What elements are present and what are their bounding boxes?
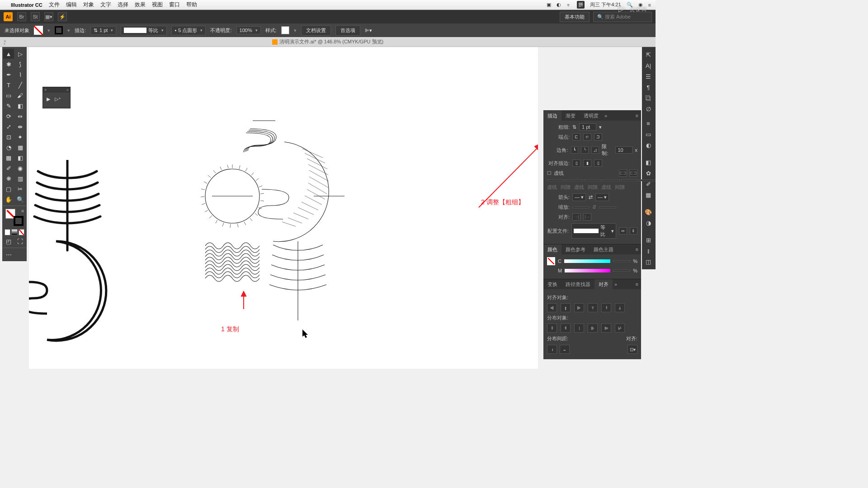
symbols-icon[interactable]: ∅ <box>643 104 653 114</box>
line-tool-icon[interactable]: ╱ <box>15 80 26 90</box>
cap-round-icon[interactable]: ⊂ <box>583 133 591 141</box>
dist-spacing-h-icon[interactable]: ⫠ <box>560 345 570 354</box>
edit-toolbar-icon[interactable]: ⋯ <box>3 249 14 259</box>
transparency-dock-icon[interactable]: ◐ <box>643 140 653 150</box>
flip-across-icon[interactable]: ⇕ <box>630 227 637 235</box>
magic-wand-icon[interactable]: ✱ <box>3 59 14 69</box>
export-icon[interactable]: ⇱ <box>643 50 653 60</box>
cap-square-icon[interactable]: ⊐ <box>594 133 602 141</box>
tab-transform[interactable]: 变换 <box>543 279 561 289</box>
panel-menu-icon[interactable]: ≡ <box>633 113 641 118</box>
color-mode-gradient[interactable] <box>11 229 17 235</box>
workspace-dropdown[interactable]: 基本功能 <box>560 12 590 22</box>
appearance-dock-icon[interactable]: ◧ <box>643 157 653 167</box>
color-fill-proxy[interactable] <box>547 257 555 265</box>
screen-mode-icon[interactable]: ⛶ <box>15 236 26 246</box>
libraries-icon[interactable]: ⿻ <box>643 93 653 103</box>
tab-align[interactable]: 对齐 <box>594 279 613 289</box>
gpu-icon[interactable]: ⚡ <box>58 12 67 21</box>
shaper-tool-icon[interactable]: ✎ <box>3 101 14 111</box>
arrow-end-dropdown[interactable]: — ▾ <box>595 193 609 201</box>
zoom-tool-icon[interactable]: 🔍 <box>15 194 26 204</box>
align-bottom-icon[interactable]: ⫰ <box>615 303 625 312</box>
symbol-sprayer-icon[interactable]: ❋ <box>3 174 14 183</box>
stroke-weight-field[interactable]: ⇅ 1 pt <box>90 26 116 35</box>
menu-help[interactable]: 帮助 <box>186 1 197 9</box>
selection-tool-icon[interactable]: ▲ <box>3 49 14 59</box>
menu-type[interactable]: 文字 <box>100 1 111 9</box>
hand-tool-icon[interactable]: ✋ <box>3 194 14 204</box>
dash-preserve-icon[interactable]: ⊏⊐ <box>619 169 627 177</box>
limit-input[interactable]: 10 <box>615 146 632 154</box>
free-transform-icon[interactable]: ⊡ <box>3 132 14 142</box>
dist-hcenter-icon[interactable]: ⊫ <box>601 324 611 333</box>
eyedropper-icon[interactable]: ✐ <box>3 163 14 173</box>
tab-transparency[interactable]: 透明度 <box>580 111 603 121</box>
dash-3[interactable] <box>621 179 638 181</box>
document-tab[interactable]: × 清明演示文件.ai* @ 146.8% (CMYK/GPU 预览) <box>0 37 656 47</box>
gap-1[interactable] <box>566 179 583 181</box>
profile-dropdown[interactable]: 等比 ▾ <box>571 223 617 239</box>
panel-collapse-icon[interactable]: » <box>603 113 609 118</box>
doc-setup-button[interactable]: 文档设置 <box>301 25 331 36</box>
tab-color-themes[interactable]: 颜色主题 <box>590 244 618 254</box>
corner-bevel-icon[interactable]: ◿ <box>591 146 599 154</box>
menu-window[interactable]: 窗口 <box>169 1 180 9</box>
paragraph-icon[interactable]: ¶ <box>643 82 653 92</box>
canvas[interactable]: 1 复制 2 调整【粗细】 <box>29 47 538 369</box>
ime-indicator[interactable]: 拼 <box>577 1 585 9</box>
dist-vcenter-icon[interactable]: ⫵ <box>561 324 571 333</box>
layers-icon[interactable]: ☰ <box>643 71 653 81</box>
menu-file[interactable]: 文件 <box>49 1 60 9</box>
direct-selection-tool-icon[interactable]: ▷ <box>15 49 26 59</box>
flip-along-icon[interactable]: ⇔ <box>619 227 627 235</box>
stroke-dock-icon[interactable]: ≡ <box>643 118 653 128</box>
m-value[interactable] <box>613 270 630 272</box>
float-tool-panel[interactable]: ×« ▶ ▷⁺ <box>42 87 71 108</box>
width-tool-icon[interactable]: ⇼ <box>15 122 26 131</box>
m-slider[interactable] <box>565 269 610 272</box>
align-hcenter-icon[interactable]: ⫿ <box>561 303 571 312</box>
arrange-docs-icon[interactable]: ▦▾ <box>44 12 53 21</box>
dashed-checkbox[interactable]: ☐ <box>547 170 552 176</box>
siri-icon[interactable]: ◉ <box>638 2 643 8</box>
weight-input[interactable]: 1 pt <box>579 123 596 131</box>
tab-gradient[interactable]: 渐变 <box>561 111 580 121</box>
weight-stepper-icon[interactable]: ⇅ <box>572 124 576 130</box>
align-menu-icon[interactable]: ≡ <box>633 282 641 287</box>
color-mode-none[interactable] <box>19 229 24 235</box>
color-mode-solid[interactable] <box>5 229 10 235</box>
float-close-icon[interactable]: × <box>44 88 47 92</box>
tab-stroke[interactable]: 描边 <box>543 111 561 121</box>
gradient-dock-icon[interactable]: ▭ <box>643 129 653 139</box>
fill-stroke-proxy[interactable]: ⤭ <box>5 209 24 227</box>
dash-align-icon[interactable]: ⊏⊐ <box>629 169 637 177</box>
align-stroke-center-icon[interactable]: ▯ <box>572 160 580 167</box>
graph-tool-icon[interactable]: ▥ <box>15 174 26 183</box>
reflect-tool-icon[interactable]: ⇔ <box>15 111 26 121</box>
menu-view[interactable]: 视图 <box>152 1 163 9</box>
graphic-styles-icon[interactable]: ✿ <box>643 168 653 178</box>
corner-round-icon[interactable]: ╰ <box>581 146 589 154</box>
arrow-align-tip-icon[interactable]: →| <box>572 213 580 221</box>
stock-icon[interactable]: St <box>31 12 40 21</box>
dash-2[interactable] <box>584 179 601 181</box>
opacity-field[interactable]: 100% <box>236 26 261 34</box>
tab-color[interactable]: 颜色 <box>543 244 561 254</box>
rotate-tool-icon[interactable]: ⟳ <box>3 111 14 121</box>
align-dock-icon[interactable]: ⫿ <box>643 246 653 256</box>
float-direct-icon[interactable]: ▷⁺ <box>55 96 61 102</box>
shape-builder-icon[interactable]: ◔ <box>3 142 14 152</box>
tab-pathfinder[interactable]: 路径查找器 <box>561 279 594 289</box>
tab-color-guide[interactable]: 颜色参考 <box>561 244 590 254</box>
color-panel-menu-icon[interactable]: ≡ <box>633 247 641 252</box>
curvature-tool-icon[interactable]: ⌇ <box>15 70 26 80</box>
float-collapse-icon[interactable]: « <box>66 88 69 92</box>
colorguide-dock-icon[interactable]: ◑ <box>643 218 653 228</box>
arrow-scale-start[interactable] <box>572 206 590 208</box>
bridge-icon[interactable]: Br <box>17 12 26 21</box>
search-input[interactable]: 🔍 搜索 Adobe <box>593 12 652 22</box>
weight-dropdown-icon[interactable]: ▾ <box>599 124 602 130</box>
brush-dropdown[interactable]: • 5 点圆形 <box>171 26 206 35</box>
swap-arrows-icon[interactable]: ⇄ <box>589 194 593 200</box>
